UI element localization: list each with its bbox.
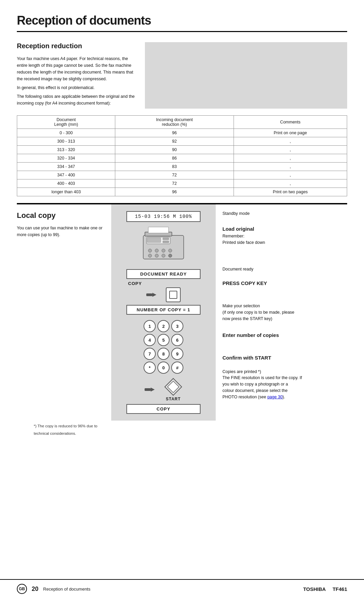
- fax-machine-illustration: [140, 225, 187, 266]
- comment-cell: ,: [234, 163, 347, 171]
- table-row: 0 - 30096Print on one page: [17, 129, 347, 137]
- doc-ready-banner: DOCUMENT READY: [126, 269, 201, 279]
- comment-cell: ,: [234, 154, 347, 163]
- reception-reduction-right: [145, 42, 347, 109]
- start-label: START: [166, 397, 181, 401]
- start-button-group: START: [164, 378, 182, 401]
- page-title: Reception of documents: [17, 13, 347, 32]
- reduction-cell: 72: [115, 179, 234, 188]
- reduction-cell: 72: [115, 171, 234, 179]
- start-row: START: [145, 378, 182, 401]
- footer-brand: TOSHIBA: [303, 586, 326, 592]
- table-row: 313 - 32090,: [17, 146, 347, 154]
- local-copy-title: Local copy: [17, 211, 104, 220]
- hand-pointing-icon: [146, 289, 160, 301]
- svg-point-12: [155, 254, 158, 257]
- svg-marker-16: [152, 293, 156, 297]
- svg-rect-3: [163, 238, 169, 240]
- doc-ready-label: Document ready: [222, 266, 340, 273]
- make-selection-1: Make your selection: [222, 303, 340, 309]
- key-0[interactable]: 0: [157, 362, 170, 374]
- comment-cell: Print on one page: [234, 129, 347, 137]
- step-load-original: Load original Remember: Printed side fac…: [222, 226, 340, 246]
- copies-printed-3: you wish to copy a photograph or a: [222, 381, 340, 388]
- svg-rect-15: [146, 293, 152, 296]
- reduction-cell: 92: [115, 137, 234, 146]
- table-row: 334 - 34783,: [17, 163, 347, 171]
- gb-badge: GB: [17, 584, 27, 594]
- key-1[interactable]: 1: [144, 320, 156, 332]
- comment-cell: ,: [234, 179, 347, 188]
- local-copy-body: You can use your fax machine to make one…: [17, 225, 104, 238]
- svg-rect-17: [145, 388, 151, 391]
- svg-point-11: [148, 254, 152, 257]
- svg-rect-2: [147, 238, 161, 243]
- step-make-selection: Make your selection (if only one copy is…: [222, 303, 340, 322]
- body-para-2: In general, this effect is not problemat…: [17, 84, 135, 91]
- doc-length-cell: longer than 403: [17, 188, 115, 196]
- press-copy-key-title: PRESS COPY KEY: [222, 280, 340, 286]
- key-*[interactable]: *: [144, 362, 156, 374]
- lcd-display: 15-03 19:56 M 100%: [126, 211, 201, 222]
- reduction-cell: 83: [115, 163, 234, 171]
- local-copy-left: Local copy You can use your fax machine …: [17, 204, 111, 421]
- make-selection-2: (if only one copy is to be made, please: [222, 309, 340, 316]
- key-9[interactable]: 9: [171, 348, 183, 360]
- step-enter-copies: Enter number of copies: [222, 332, 340, 338]
- make-selection-3: now press the START key): [222, 316, 340, 322]
- step-press-copy: PRESS COPY KEY: [222, 280, 340, 286]
- footnote: *) The copy is reduced to 96% due to tec…: [17, 424, 347, 435]
- copy-key-symbol: [169, 291, 177, 299]
- table-row: 400 - 40372,: [17, 179, 347, 188]
- comment-cell: ,: [234, 171, 347, 179]
- svg-point-9: [162, 249, 165, 252]
- svg-marker-18: [151, 388, 155, 392]
- copy-label: COPY: [128, 281, 142, 286]
- key-5[interactable]: 5: [157, 334, 170, 346]
- svg-rect-4: [163, 241, 169, 243]
- comment-cell: ,: [234, 137, 347, 146]
- footnote-line1: *) The copy is reduced to 96% due to: [34, 424, 330, 428]
- local-copy-right: Standby mode Load original Remember: Pri…: [216, 204, 347, 421]
- copies-printed-1: Copies are printed *): [222, 369, 340, 375]
- enter-copies-title: Enter number of copies: [222, 332, 340, 338]
- keypad: 123456789*0#: [144, 320, 183, 374]
- footer-model: TF461: [333, 586, 347, 592]
- key-3[interactable]: 3: [171, 320, 183, 332]
- copy-key-row: [146, 287, 181, 302]
- copies-printed-5: PHOTO resolution (see page 30).: [222, 394, 340, 400]
- key-#[interactable]: #: [171, 362, 183, 374]
- step-copies-printed: Copies are printed *) The FINE resolutio…: [222, 369, 340, 400]
- body-para-3: The following ratios are applicable betw…: [17, 93, 135, 107]
- load-original-sub: Remember:: [222, 233, 340, 239]
- doc-length-cell: 313 - 320: [17, 146, 115, 154]
- step-doc-ready: Document ready: [222, 266, 340, 273]
- body-para-1: Your fax machine uses A4 paper. For tech…: [17, 55, 135, 82]
- key-8[interactable]: 8: [157, 348, 170, 360]
- svg-point-7: [148, 249, 152, 252]
- key-4[interactable]: 4: [144, 334, 156, 346]
- comment-cell: ,: [234, 146, 347, 154]
- footnote-line2: technical considerations.: [34, 431, 330, 435]
- footer-page-number: 20: [32, 586, 38, 593]
- footer-section: Reception of documents: [43, 587, 90, 592]
- svg-point-10: [169, 249, 172, 252]
- key-2[interactable]: 2: [157, 320, 170, 332]
- doc-length-cell: 347 - 400: [17, 171, 115, 179]
- key-7[interactable]: 7: [144, 348, 156, 360]
- page-link[interactable]: page 30: [267, 395, 282, 399]
- doc-length-cell: 334 - 347: [17, 163, 115, 171]
- key-6[interactable]: 6: [171, 334, 183, 346]
- table-row: longer than 40396Print on two pages: [17, 188, 347, 196]
- confirm-start-title: Confirm with START: [222, 355, 340, 361]
- comment-cell: Print on two pages: [234, 188, 347, 196]
- page-footer: GB 20 Reception of documents TOSHIBA TF4…: [0, 579, 364, 598]
- standby-mode-text: Standby mode: [222, 211, 340, 216]
- col2-header: Incoming document reduction (%): [115, 116, 234, 129]
- table-row: 320 - 33486,: [17, 154, 347, 163]
- start-diamond-button[interactable]: [164, 378, 182, 396]
- copy-key-button[interactable]: [166, 287, 181, 302]
- svg-point-8: [155, 249, 158, 252]
- doc-length-cell: 0 - 300: [17, 129, 115, 137]
- reduction-cell: 96: [115, 129, 234, 137]
